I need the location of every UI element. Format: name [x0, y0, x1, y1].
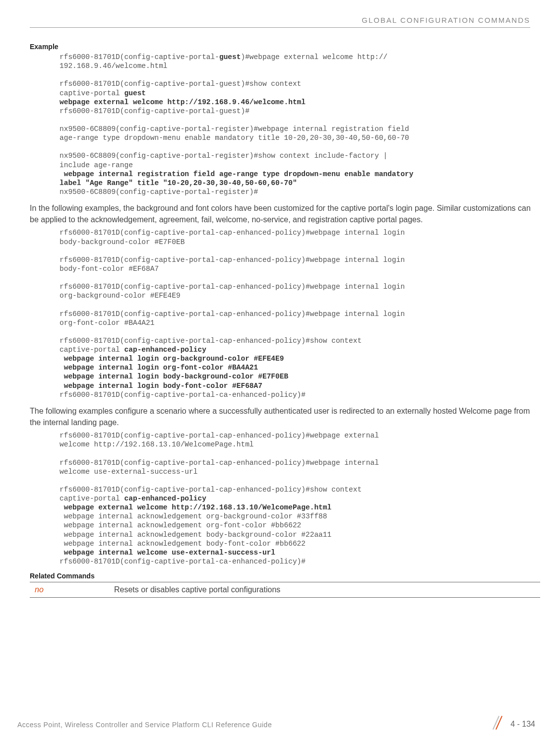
code-text: rfs6000-81701D(config-captive-portal-cap…	[60, 256, 409, 264]
code-text: body-font-color #EF68A7	[60, 265, 159, 273]
code-bold: webpage internal login org-font-color #B…	[60, 364, 258, 372]
paragraph-2: The following examples configure a scena…	[30, 405, 540, 428]
paragraph-1: In the following examples, the backgroun…	[30, 202, 540, 225]
header-divider	[30, 27, 530, 28]
code-text: rfs6000-81701D(config-captive-portal-gue…	[60, 107, 249, 115]
code-text: rfs6000-81701D(config-captive-portal-cap…	[60, 337, 362, 345]
code-text: org-background-color #EFE4E9	[60, 292, 181, 300]
code-text: include age-range	[60, 161, 133, 169]
code-text: webpage internal acknowledgement body-ba…	[60, 531, 331, 539]
code-text: rfs6000-81701D(config-captive-portal-cap…	[60, 310, 409, 318]
code-bold: webpage internal welcome use-external-su…	[60, 549, 275, 557]
code-text: rfs6000-81701D(config-captive-portal-	[60, 53, 219, 61]
code-text: rfs6000-81701D(config-captive-portal-cap…	[60, 283, 409, 291]
related-command-desc: Resets or disables captive portal config…	[109, 582, 540, 598]
related-command-name: no	[30, 582, 109, 598]
page-content: Example rfs6000-81701D(config-captive-po…	[30, 40, 540, 598]
code-text: webpage internal acknowledgement org-fon…	[60, 521, 301, 529]
code-bold: webpage internal login org-background-co…	[60, 355, 284, 363]
code-text: 192.168.9.46/welcome.html	[60, 62, 168, 70]
code-bold: webpage external welcome http://192.168.…	[60, 98, 306, 106]
code-text: nx9500-6C8809(config-captive-portal-regi…	[60, 125, 414, 133]
page-footer: Access Point, Wireless Controller and Se…	[17, 718, 540, 733]
example-heading: Example	[30, 43, 540, 51]
code-text: nx9500-6C8809(config-captive-portal-regi…	[60, 152, 392, 160]
code-bold: webpage internal registration field age-…	[60, 170, 418, 178]
page-number: 4 - 134	[510, 720, 535, 729]
code-block-3: rfs6000-81701D(config-captive-portal-cap…	[60, 431, 540, 566]
code-text: webpage internal acknowledgement body-fo…	[60, 540, 306, 548]
related-commands-table: no Resets or disables captive portal con…	[30, 582, 540, 598]
code-text: body-background-color #E7F0EB	[60, 238, 185, 246]
code-text: welcome http://192.168.13.10/WelcomePage…	[60, 440, 254, 448]
code-text: rfs6000-81701D(config-captive-portal-cap…	[60, 229, 409, 237]
code-text: nx9500-6C8809(config-captive-portal-regi…	[60, 188, 258, 196]
code-text: captive-portal	[60, 346, 124, 354]
code-text: webpage internal acknowledgement org-bac…	[60, 512, 327, 520]
code-bold: guest	[124, 89, 146, 97]
footer-slash-icon	[494, 715, 504, 730]
code-bold: cap-enhanced-policy	[124, 346, 206, 354]
code-bold: guest	[219, 53, 241, 61]
code-block-1: rfs6000-81701D(config-captive-portal-gue…	[60, 53, 540, 196]
code-text: rfs6000-81701D(config-captive-portal-cap…	[60, 432, 383, 439]
table-row: no Resets or disables captive portal con…	[30, 582, 540, 598]
code-text: rfs6000-81701D(config-captive-portal-cap…	[60, 486, 362, 494]
code-bold: webpage internal login body-background-c…	[60, 373, 288, 380]
code-text: rfs6000-81701D(config-captive-portal-ca-…	[60, 391, 306, 399]
footer-text: Access Point, Wireless Controller and Se…	[17, 721, 272, 729]
code-text: org-font-color #BA4A21	[60, 319, 154, 327]
code-text: captive-portal	[60, 495, 124, 502]
code-bold: cap-enhanced-policy	[124, 495, 206, 502]
code-text: rfs6000-81701D(config-captive-portal-ca-…	[60, 558, 306, 565]
code-text: )#webpage external welcome http://	[241, 53, 387, 61]
code-text: welcome use-external-success-url	[60, 468, 197, 476]
header-category: GLOBAL CONFIGURATION COMMANDS	[362, 16, 530, 24]
related-commands-heading: Related Commands	[30, 572, 540, 580]
code-text: rfs6000-81701D(config-captive-portal-gue…	[60, 80, 301, 88]
code-text: captive-portal	[60, 89, 124, 97]
code-bold: label "Age Range" title "10-20,20-30,30-…	[60, 179, 297, 187]
code-bold: webpage external welcome http://192.168.…	[60, 503, 331, 511]
code-text: age-range type dropdown-menu enable mand…	[60, 134, 409, 142]
code-text: rfs6000-81701D(config-captive-portal-cap…	[60, 459, 383, 467]
code-block-2: rfs6000-81701D(config-captive-portal-cap…	[60, 228, 540, 399]
code-bold: webpage internal login body-font-color #…	[60, 382, 262, 390]
